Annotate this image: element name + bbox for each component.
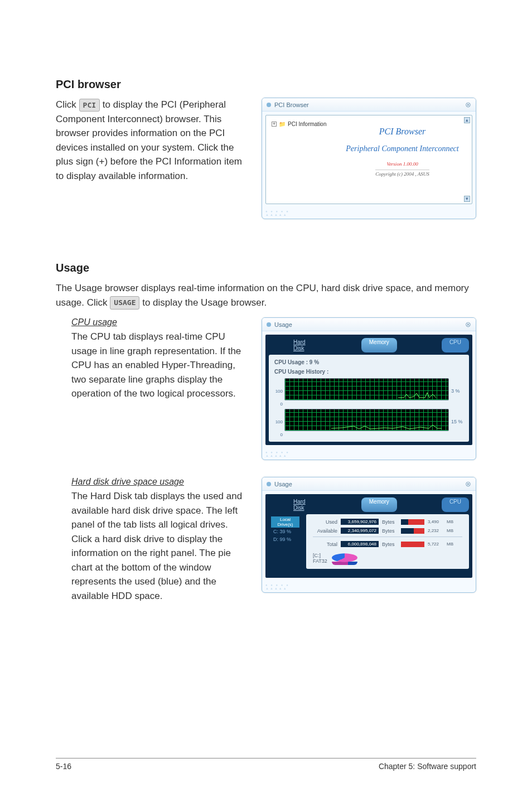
used-bar xyxy=(401,519,424,525)
close-icon[interactable]: ⊗ xyxy=(465,100,471,109)
pci-tree-root[interactable]: + 📁 PCI Information xyxy=(272,121,338,127)
pci-copyright: Copyright (c) 2004 , ASUS xyxy=(375,170,429,177)
usage-heading: Usage xyxy=(56,262,476,274)
close-icon[interactable]: ⊗ xyxy=(465,320,471,328)
hdd-row: Hard disk drive space usage The Hard Dis… xyxy=(56,477,476,607)
hdd-window-title: Usage xyxy=(274,481,292,487)
pie-drive-label: [C:] FAT32 xyxy=(313,553,327,564)
drive-list: Local Drive(s) C: 39 % D: 99 % xyxy=(269,514,302,569)
cpu-subhead: CPU usage xyxy=(71,317,250,327)
pci-row: Click PCI to display the PCI (Peripheral… xyxy=(56,98,476,219)
folder-icon: 📁 xyxy=(279,121,286,127)
window-icon xyxy=(267,482,271,486)
axis-bot-row-2: 0 xyxy=(274,432,463,437)
cpu-screenshot-col: Usage ⊗ Hard Disk Memory CPU CPU Usage :… xyxy=(262,317,476,460)
cpu-window-body: Hard Disk Memory CPU CPU Usage : 9 % CPU… xyxy=(265,335,472,445)
drive-detail-panel: Used 3,659,902,976 Bytes 3,490 MB Availa… xyxy=(306,514,469,569)
pci-screenshot-col: PCI Browser ⊗ ▴ ▾ + 📁 PCI Information PC… xyxy=(262,98,476,219)
used-bar-fill xyxy=(408,519,424,525)
pci-window-body: ▴ ▾ + 📁 PCI Information PCI Browser Peri… xyxy=(265,115,472,204)
window-footer-dots: ● ● ● ● ●▲▲▲▲▲ xyxy=(262,207,476,219)
cpu-body: The CPU tab displays real-time CPU usage… xyxy=(71,330,250,401)
usage-inline-button[interactable]: USAGE xyxy=(110,296,139,310)
tab-memory[interactable]: Memory xyxy=(361,497,397,512)
window-icon xyxy=(267,103,271,107)
pie-row: [C:] FAT32 xyxy=(313,550,462,567)
pci-heading: PCI browser xyxy=(56,78,476,91)
axis-bot-row-1: 0 xyxy=(274,402,463,407)
avail-bar-fill xyxy=(414,528,424,534)
drive-d[interactable]: D: 99 % xyxy=(271,535,299,543)
cpu-text-col: CPU usage The CPU tab displays real-time… xyxy=(56,317,250,460)
pci-main-panel: PCI Browser Peripheral Component Interco… xyxy=(338,121,466,198)
cpu-graph-1 xyxy=(284,378,449,400)
pci-window: PCI Browser ⊗ ▴ ▾ + 📁 PCI Information PC… xyxy=(262,98,476,219)
total-bytes: 6,000,898,048 xyxy=(341,541,379,547)
pci-window-title: PCI Browser xyxy=(274,102,309,108)
cpu-graph-row-1: 100 3 % xyxy=(274,378,463,404)
chapter-label: Chapter 5: Software support xyxy=(379,762,476,771)
tab-cpu[interactable]: CPU xyxy=(442,338,469,352)
pci-inline-button[interactable]: PCI xyxy=(79,99,100,112)
avail-label: Available xyxy=(313,528,337,534)
hdd-inner-body: Local Drive(s) C: 39 % D: 99 % Used 3,65… xyxy=(269,514,469,569)
avail-bytes: 2,340,995,072 xyxy=(341,528,379,534)
cpu-history-label: CPU Usage History : xyxy=(274,369,463,375)
pci-tree-label: PCI Information xyxy=(288,121,326,127)
drive-list-header: Local Drive(s) xyxy=(271,516,299,528)
click-word: Click xyxy=(56,99,76,110)
page-footer: 5-16 Chapter 5: Software support xyxy=(56,758,476,771)
tab-cpu[interactable]: CPU xyxy=(442,497,469,512)
axis-top-2: 100 xyxy=(274,419,284,424)
pci-splash-title: PCI Browser xyxy=(338,127,466,137)
total-mb: 5,722 xyxy=(428,542,443,547)
usage-intro-2: to display the Usage browser. xyxy=(142,297,267,308)
hdd-window-titlebar: Usage ⊗ xyxy=(262,477,476,491)
cpu-pct-2: 15 % xyxy=(449,419,463,424)
cpu-window-titlebar: Usage ⊗ xyxy=(262,318,476,331)
used-label: Used xyxy=(313,519,337,525)
usage-intro: The Usage browser displays real-time inf… xyxy=(56,281,476,310)
pie-slice xyxy=(332,553,357,562)
pci-splash-subtitle: Peripheral Component Interconnect xyxy=(338,144,466,153)
window-footer-dots: ● ● ● ● ●▲▲▲▲▲ xyxy=(262,581,476,592)
wave-icon xyxy=(398,391,437,399)
total-bytes-unit: Bytes xyxy=(382,542,398,547)
drive-c[interactable]: C: 39 % xyxy=(271,528,299,535)
tab-memory[interactable]: Memory xyxy=(361,338,397,352)
cpu-window-title: Usage xyxy=(274,321,292,328)
total-label: Total xyxy=(313,542,337,547)
pci-text-col: Click PCI to display the PCI (Peripheral… xyxy=(56,98,250,219)
axis-bot-1: 0 xyxy=(274,402,284,407)
window-icon xyxy=(267,322,271,327)
wave-icon xyxy=(331,422,443,429)
pci-body-para: Click PCI to display the PCI (Peripheral… xyxy=(56,98,250,183)
row-used: Used 3,659,902,976 Bytes 3,490 MB xyxy=(313,519,462,525)
tab-harddisk[interactable]: Hard Disk xyxy=(286,497,317,512)
row-available: Available 2,340,995,072 Bytes 2,232 MB xyxy=(313,528,462,534)
hdd-screenshot-col: Usage ⊗ Hard Disk Memory CPU Local Drive… xyxy=(262,477,476,607)
cpu-graph-row-2: 100 15 % xyxy=(274,409,463,434)
scroll-down-icon[interactable]: ▾ xyxy=(464,196,470,202)
avail-mb: 2,232 xyxy=(428,528,443,533)
expand-icon[interactable]: + xyxy=(272,122,277,127)
tabs: Hard Disk Memory CPU xyxy=(269,338,469,352)
total-bar-fill xyxy=(401,542,424,547)
pie-fs: FAT32 xyxy=(313,558,327,564)
cpu-pct-1: 3 % xyxy=(449,388,463,394)
used-mb: 3,490 xyxy=(428,519,443,524)
hdd-window-body: Hard Disk Memory CPU Local Drive(s) C: 3… xyxy=(265,494,472,578)
pci-window-titlebar: PCI Browser ⊗ xyxy=(262,98,476,112)
axis-bot-2: 0 xyxy=(274,432,284,437)
used-bytes-unit: Bytes xyxy=(382,519,398,525)
cpu-usage-value: CPU Usage : 9 % xyxy=(274,359,463,365)
pie-drive: [C:] xyxy=(313,553,327,558)
pci-version: Version 1.00.00 xyxy=(338,161,466,167)
hdd-body: The Hard Disk tab displays the used and … xyxy=(71,489,250,603)
pie-chart xyxy=(332,550,357,567)
hdd-text-col: Hard disk drive space usage The Hard Dis… xyxy=(56,477,250,607)
tab-harddisk[interactable]: Hard Disk xyxy=(286,338,317,352)
scroll-up-icon[interactable]: ▴ xyxy=(464,117,470,123)
close-icon[interactable]: ⊗ xyxy=(465,480,471,488)
cpu-inner-panel: CPU Usage : 9 % CPU Usage History : 100 … xyxy=(269,355,469,442)
